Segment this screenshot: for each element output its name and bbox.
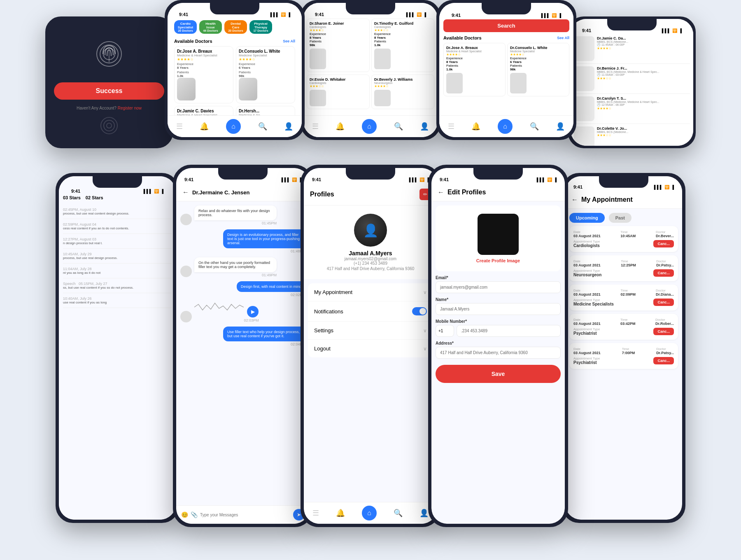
edit-profile-header: ← Edit Profiles xyxy=(431,184,565,201)
chevron-logout-icon: ∨ xyxy=(423,346,427,352)
sd2-patients: Patients98k xyxy=(510,64,566,71)
menu-item-settings[interactable]: Settings ∨ xyxy=(308,322,433,340)
dr-row-2[interactable]: Dr.Bernice J. Fr... MBBS, BCS (Medicine,… xyxy=(574,66,690,94)
time-b4: 9:41 xyxy=(440,177,449,182)
chat-attach-icon[interactable]: 📎 xyxy=(191,511,198,518)
chat-screen: 9:41 ▌▌▌ 🛜 ▐ ← Dr.Jermaine C. Jensen xyxy=(176,168,310,524)
menu-item-logout[interactable]: Logout ∨ xyxy=(308,340,433,357)
cancel-button-4[interactable]: Canc... xyxy=(653,328,674,335)
list-item-3[interactable]: 12:27PM, August 03 n design process but … xyxy=(63,234,172,249)
doc-detail-4[interactable]: Dr.Beverly J. Williams Neurosurgeon ★★★★… xyxy=(371,75,434,109)
menu-item-appointment[interactable]: My Appointment ∨ xyxy=(308,283,433,301)
appt-date-col-2: Date 03 August 2021 xyxy=(573,259,601,267)
dr-row-1[interactable]: Dr.Jamie C. Da... MBBS, BCS (Medicine...… xyxy=(574,36,690,64)
name-input[interactable] xyxy=(436,303,561,315)
nav-filter-4[interactable]: ☰ xyxy=(448,122,454,131)
list-item-4[interactable]: 10:45AM, July 29 process, but use real d… xyxy=(63,249,172,264)
nav-filter-3[interactable]: ☰ xyxy=(312,122,319,131)
search-see-all[interactable]: See All xyxy=(557,36,569,40)
nav-bell-3[interactable]: 🔔 xyxy=(336,122,345,131)
battery-b5: ▐ xyxy=(671,185,674,189)
nav-filter-b3[interactable]: ☰ xyxy=(312,509,319,518)
search-button[interactable]: Search xyxy=(443,19,569,32)
doc-detail-3[interactable]: Dr.Essie D. Whitaker Cardiologists ★★★☆☆ xyxy=(307,75,370,109)
search-doc-2[interactable]: Dr.Consuelo L. White Medicine Specialist… xyxy=(507,43,569,96)
appt-back-button[interactable]: ← xyxy=(571,196,578,203)
nav-bell[interactable]: 🔔 xyxy=(200,122,209,131)
wave-play-btn[interactable]: ▶ xyxy=(247,306,259,317)
list-item-5[interactable]: 11:04AM, July 28 nt you as long as it do… xyxy=(63,264,172,278)
address-input[interactable] xyxy=(436,347,561,359)
dr-row-4[interactable]: Dr.Colette V. Jo... MBBS, BCS (Medicine.… xyxy=(574,126,690,146)
chat-avatar-5 xyxy=(180,311,192,322)
email-input[interactable] xyxy=(436,281,561,293)
nav-profile-b3[interactable]: 👤 xyxy=(419,509,429,518)
cancel-button-5[interactable]: Canc... xyxy=(653,357,674,364)
dd3-avatar xyxy=(310,90,326,106)
appt-time-label-4: Time xyxy=(620,318,636,322)
register-link[interactable]: Register now xyxy=(118,106,142,110)
appt-card-4[interactable]: Date 03 August 2021 Time 03:42PM Doctor … xyxy=(569,314,678,340)
list-item-2[interactable]: 02:59PM, August 04 cess real content if … xyxy=(63,219,172,234)
menu-item-notifications[interactable]: Notifications xyxy=(308,301,433,322)
bot-phone-4: 9:41 ▌▌▌ 🛜 ▐ ← Edit Profiles Create Prof… xyxy=(428,165,568,527)
appt-doctor-label-2: Doctor xyxy=(656,259,674,263)
chip-dental[interactable]: DentalCare 20 Doctors xyxy=(224,20,247,34)
nav-home[interactable]: ⌂ xyxy=(226,119,241,134)
appt-time-label-3: Time xyxy=(621,289,636,292)
nav-search-3[interactable]: 🔍 xyxy=(394,122,403,131)
appt-card-1[interactable]: Date 03 August 2021 Time 10:45AM Doctor … xyxy=(569,226,678,252)
nav-home-4[interactable]: ⌂ xyxy=(498,119,513,134)
wifi-b3: 🛜 xyxy=(419,177,424,182)
appt-card-2[interactable]: Date 03 August 2021 Time 12:25PM Doctor … xyxy=(569,255,678,281)
nav-bell-b3[interactable]: 🔔 xyxy=(336,509,345,518)
chip-health[interactable]: HealthIssue 44 Doctors xyxy=(199,20,222,34)
list-item-7[interactable]: 10:40AM, July 26 use real content if you… xyxy=(63,293,172,308)
nav-home-3[interactable]: ⌂ xyxy=(362,119,377,134)
nav-search[interactable]: 🔍 xyxy=(258,122,267,131)
see-all-link[interactable]: See All xyxy=(283,39,295,43)
nav-profile-4[interactable]: 👤 xyxy=(556,122,565,131)
top-phone-1: Success Haven't Any Account? Register no… xyxy=(45,16,173,148)
sd1-stars: ★★★★☆ xyxy=(446,53,503,56)
nav-search-b3[interactable]: 🔍 xyxy=(394,509,403,518)
notifications-toggle[interactable] xyxy=(412,307,427,315)
create-profile-link[interactable]: Create Profile Image xyxy=(476,258,520,263)
cancel-button-3[interactable]: Canc... xyxy=(653,299,674,306)
signal-b1: ▌▌▌ xyxy=(144,189,152,194)
chip-cardio[interactable]: CardioSpecialist 20 Doctors xyxy=(174,20,197,34)
dr3-time: 🕐 12:55AM - 06:30P xyxy=(597,103,659,107)
cancel-button-2[interactable]: Canc... xyxy=(653,269,674,277)
cancel-button-1[interactable]: Canc... xyxy=(653,240,674,247)
li4-text: process, but use real design process. xyxy=(63,256,118,260)
doc-detail-1[interactable]: Dr.Sharon E. Joiner Cardiologists ★★★★☆ … xyxy=(307,19,370,72)
tab-upcoming[interactable]: Upcoming xyxy=(569,213,605,223)
nav-bell-4[interactable]: 🔔 xyxy=(471,122,480,131)
save-button[interactable]: Save xyxy=(436,365,561,383)
chat-emoji-icon[interactable]: 😊 xyxy=(181,511,188,518)
time-display: 9:41 xyxy=(179,12,188,17)
chat-back-button[interactable]: ← xyxy=(182,189,189,196)
appt-card-5[interactable]: Date 03 August 2021 Time 7:00PM Doctor D… xyxy=(569,343,678,369)
search-doc-1[interactable]: Dr.Jose A. Breaux Medicine & Heart Speci… xyxy=(443,43,506,96)
appt-card-3[interactable]: Date 03 August 2021 Time 02:09PM Doctor … xyxy=(569,285,678,310)
dr-row-3[interactable]: Dr.Carolyn T. S... MBBS, BCS (Medicine, … xyxy=(574,96,690,124)
doc-detail-2[interactable]: Dr.Timothy E. Guilford Cardiologists ★★★… xyxy=(371,19,434,72)
nav-filter[interactable]: ☰ xyxy=(176,122,183,131)
nav-home-b3[interactable]: ⌂ xyxy=(362,506,377,520)
chip-physical[interactable]: PhysicalTherapy 17 Doctors xyxy=(249,20,272,34)
edit-back-button[interactable]: ← xyxy=(438,189,444,196)
appt-doctor-col-4: Doctor Dr.Rober... xyxy=(655,318,674,326)
chat-message-input[interactable] xyxy=(200,513,291,517)
nav-profile-3[interactable]: 👤 xyxy=(420,122,429,131)
success-button[interactable]: Success xyxy=(54,82,164,100)
list-item-6[interactable]: Speech 05:15PM, July 27 ss, but use real… xyxy=(63,278,172,293)
mobile-input[interactable] xyxy=(457,325,561,337)
nav-search-4[interactable]: 🔍 xyxy=(530,122,539,131)
doctor-card-2[interactable]: Dr.Consuelo L. White Medicine Specialist… xyxy=(236,46,295,103)
tab-past[interactable]: Past xyxy=(609,213,631,223)
nav-profile[interactable]: 👤 xyxy=(284,122,293,131)
list-item-1[interactable]: 02:45PM, August 10 process, but use real… xyxy=(63,204,172,219)
doc1-spec: Medicine & Heart Specialist xyxy=(177,54,231,57)
doctor-card-1[interactable]: Dr.Jose A. Breaux Medicine & Heart Speci… xyxy=(174,46,233,103)
